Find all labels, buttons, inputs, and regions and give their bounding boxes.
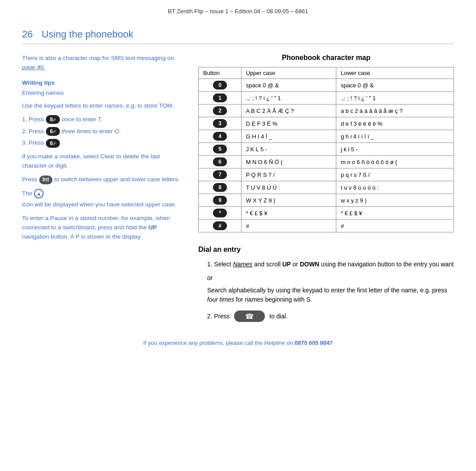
left-column: There is also a character map for SMS te… — [22, 54, 194, 322]
pause-section: To enter a Pause in a stored number, for… — [22, 214, 181, 242]
chapter-title: Using the phonebook — [41, 29, 133, 40]
lower-cell: p q r s 7 ß / — [336, 168, 454, 181]
key-label: 5 — [213, 145, 227, 153]
key-label: 7 — [213, 170, 227, 179]
key-label: # — [213, 221, 227, 230]
step1-search-post: for names beginning with S. — [234, 296, 312, 303]
upper-cell: * € £ $ ¥ — [241, 207, 336, 220]
dial-step1-or: or — [291, 261, 300, 268]
call-button: ☎ — [234, 310, 265, 322]
lower-cell: space 0 @ & — [336, 79, 454, 92]
upper-cell: D E F 3 É % — [241, 117, 336, 130]
int-post: to switch between upper and lower case l… — [54, 175, 179, 184]
step3-sup: ℘ — [53, 140, 56, 146]
table-row: 5J K L 5 -j k l 5 - — [199, 143, 454, 156]
writing-tips-sub: Entering names — [22, 89, 181, 98]
upper-cell: P Q R S 7 / — [241, 168, 336, 181]
upper-cell: # — [241, 220, 336, 232]
pause-bold: UP — [149, 224, 157, 231]
pause-text2: navigation button. A P is shown in the d… — [22, 233, 142, 240]
pause-text: To enter a Pause in a stored number, for… — [22, 215, 170, 231]
lower-cell: * € £ $ ¥ — [336, 207, 454, 220]
button-cell: # — [199, 220, 242, 232]
button-cell: 1 — [199, 92, 242, 105]
table-row: 0space 0 @ &space 0 @ & — [199, 79, 454, 92]
upper-cell: T U V 8 Ú Ü : — [241, 181, 336, 194]
lower-cell: j k l 5 - — [336, 143, 454, 156]
dial-step1-link: Names — [233, 261, 252, 268]
button-cell: 2 — [199, 105, 242, 117]
icon-post: icon will be displayed when you have sel… — [22, 200, 176, 209]
step2-key: 6℘ — [46, 127, 60, 136]
body-text: Use the keypad letters to enter names, e… — [22, 101, 181, 111]
upper-cell: A B C 2 Ä Å Æ Ç ? — [241, 105, 336, 117]
footer-text: If you experience any problems, please c… — [143, 340, 293, 346]
key-label: 4 — [213, 132, 227, 141]
char-table-body: 0space 0 @ &space 0 @ &1.,: ; ! ? i ¿ ' … — [199, 79, 454, 232]
upper-cell: space 0 @ & — [241, 79, 336, 92]
step-2: 2. Press 6℘ three times to enter O. — [22, 127, 181, 136]
phonebook-title: Phonebook character map — [198, 54, 454, 62]
step-1: 1. Press 8℘ once to enter T. — [22, 115, 181, 124]
button-cell: 3 — [199, 117, 242, 130]
key-label: 9 — [213, 196, 227, 205]
footer-number: 0870 605 8047 — [294, 340, 333, 346]
chapter-header: 26 Using the phonebook — [22, 19, 454, 44]
writing-tips-title: Writing tips — [22, 78, 181, 88]
step1-search: Search alphabetically by using the keypa… — [207, 287, 447, 294]
lower-cell: w x y z 9 ) — [336, 194, 454, 207]
int-section: Press Int to switch between upper and lo… — [22, 175, 181, 184]
table-row: 6M N O 6 Ñ Ö (m n o 6 ñ ò ó ô õ ö ø ( — [199, 156, 454, 168]
col-button: Button — [199, 67, 242, 79]
step2-sup: ℘ — [53, 128, 56, 135]
table-row: 7P Q R S 7 /p q r s 7 ß / — [199, 168, 454, 181]
button-cell: * — [199, 207, 242, 220]
key-label: 3 — [213, 119, 227, 128]
intro-section: There is also a character map for SMS te… — [22, 54, 181, 72]
right-column: Phonebook character map Button Upper cas… — [194, 54, 454, 322]
lower-cell: m n o 6 ñ ò ó ô õ ö ø ( — [336, 156, 454, 168]
upper-cell: .,: ; ! ? i ¿ ' " 1 — [241, 92, 336, 105]
intro-link: page 46. — [22, 64, 45, 71]
upper-cell: G H I 4 Ì _ — [241, 130, 336, 143]
icon-pre: The — [22, 189, 32, 198]
upper-cell: W X Y Z 9 ) — [241, 194, 336, 207]
dial-step1-up: UP — [282, 261, 290, 268]
step1-sup: ℘ — [53, 116, 56, 123]
header-title: BT Zenith Flip – Issue 1 – Edition 04 – … — [168, 8, 308, 15]
step1-key: 8℘ — [46, 115, 60, 124]
lower-cell: .,: ; ! ? i ¿ ' " 1 — [336, 92, 454, 105]
chapter-divider — [22, 44, 454, 44]
dial-step2-pre: 2. Press — [207, 313, 230, 320]
dial-step-2: 2. Press ☎ to dial. — [198, 310, 454, 322]
col-upper: Upper case — [241, 67, 336, 79]
intro-text: There is also a character map for SMS te… — [22, 55, 174, 61]
table-row: 2A B C 2 Ä Å Æ Ç ?a b c 2 à á â ã ä å æ … — [199, 105, 454, 117]
dial-section: Dial an entry 1. Select Names and scroll… — [198, 246, 454, 322]
call-icon: ☎ — [245, 312, 254, 321]
key-label: 6 — [213, 157, 227, 166]
step2-pre: 2. Press — [22, 127, 44, 136]
button-cell: 7 — [199, 168, 242, 181]
dial-step-1: 1. Select Names and scroll UP or DOWN us… — [198, 260, 454, 269]
dial-step2-post: to dial. — [269, 313, 287, 320]
main-two-col: There is also a character map for SMS te… — [22, 54, 454, 322]
dial-step1-down: DOWN — [300, 261, 319, 268]
key-label: 0 — [213, 81, 227, 90]
dial-title: Dial an entry — [198, 246, 454, 254]
upper-cell: J K L 5 - — [241, 143, 336, 156]
page-header: BT Zenith Flip – Issue 1 – Edition 04 – … — [0, 0, 476, 19]
table-row: 9W X Y Z 9 )w x y z 9 ) — [199, 194, 454, 207]
lower-cell: t u v 8 ù ú û ü : — [336, 181, 454, 194]
dial-step-1b: Search alphabetically by using the keypa… — [198, 286, 454, 304]
page-footer: If you experience any problems, please c… — [0, 331, 476, 352]
page-content: 26 Using the phonebook There is also a c… — [0, 19, 476, 322]
chapter-number: 26 — [22, 29, 33, 40]
int-pre: Press — [22, 175, 37, 184]
button-cell: 9 — [199, 194, 242, 207]
lower-cell: d e f 3 è é ê ë % — [336, 117, 454, 130]
lower-cell: g h i 4 ì í î ï _ — [336, 130, 454, 143]
step3-pre: 3. Press — [22, 138, 44, 148]
step1-pre: 1. Press — [22, 115, 44, 124]
step1-post: to enter T. — [76, 115, 103, 124]
